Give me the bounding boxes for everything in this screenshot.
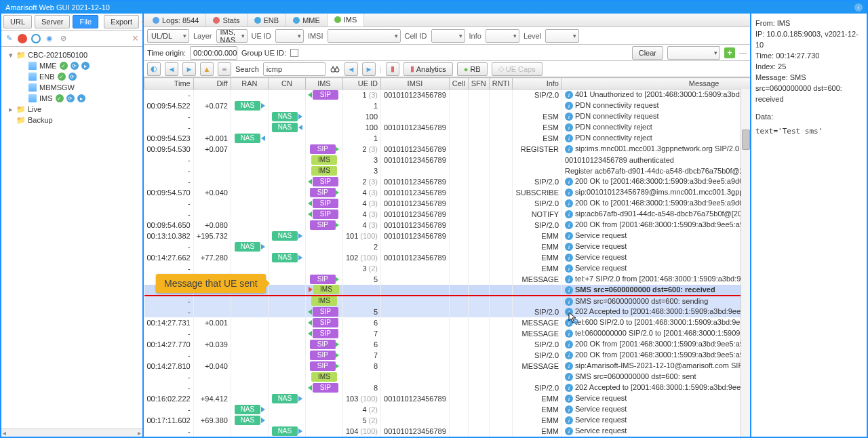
- search-prev-icon[interactable]: ◄: [344, 62, 358, 76]
- tree-item-mme[interactable]: MME✓⟳▸: [3, 60, 141, 71]
- tab-mme[interactable]: MME: [286, 14, 328, 26]
- table-row[interactable]: 00:14:27.662+77.280NAS102 (100)001010123…: [144, 252, 751, 263]
- table-row[interactable]: -3 (2)EMMiService request: [144, 263, 751, 274]
- table-row[interactable]: 00:13:10.382+195.732NAS101 (100)00101012…: [144, 231, 751, 241]
- cellid-select[interactable]: [431, 29, 465, 43]
- detail-ip: IP: 10.0.0.185:9003, v2021-12-10: [755, 28, 863, 50]
- svg-rect-4: [336, 66, 338, 68]
- export-button[interactable]: Export: [104, 15, 139, 28]
- file-button[interactable]: File: [73, 15, 98, 28]
- table-row[interactable]: -IMS3001010123456789001010123456789 auth…: [144, 155, 751, 165]
- tree-item-enb[interactable]: ENB✓⟳: [3, 71, 141, 82]
- table-row[interactable]: -NAS100001010123456789ESMiPDN connectivi…: [144, 122, 751, 133]
- file-tree: ▾📁 CBC-2021050100 MME✓⟳▸ENB✓⟳MBMSGWIMS✓⟳…: [1, 47, 142, 429]
- collapse-icon[interactable]: ‹: [854, 3, 863, 12]
- table-row[interactable]: -SIP7MESSAGEitel:0600000000 SIP/2.0 to […: [144, 328, 751, 339]
- add-filter-button[interactable]: +: [724, 47, 735, 58]
- level-select[interactable]: [545, 29, 579, 43]
- search-input[interactable]: icmp: [263, 62, 326, 76]
- tree-item-mbmsgw[interactable]: MBMSGW: [3, 82, 141, 93]
- table-row[interactable]: 00:09:54.522+0.072NAS1iPDN connectivity …: [144, 100, 751, 111]
- tab-enb[interactable]: ENB: [248, 14, 287, 26]
- table-row[interactable]: 00:14:27.770+0.039SIP6SIP/2.0i200 OK fro…: [144, 339, 751, 350]
- reconnect-icon[interactable]: [31, 34, 41, 43]
- info-select[interactable]: [486, 29, 519, 43]
- table-row[interactable]: 00:09:54.570+0.040SIP4 (3)00101012345678…: [144, 187, 751, 198]
- table-row[interactable]: -NAS4 (2)EMMiService request: [144, 404, 751, 415]
- tab-logs[interactable]: Logs: 8544: [146, 14, 206, 26]
- table-row[interactable]: -NAS100ESMiPDN connectivity request: [144, 111, 751, 122]
- table-row[interactable]: -NAS2EMMiService request: [144, 241, 751, 252]
- layer-label: Layer: [193, 32, 212, 40]
- clear-icon[interactable]: ⊘: [58, 34, 68, 43]
- tab-stats[interactable]: Stats: [206, 14, 247, 26]
- scrollbar-horizontal[interactable]: ◂▸: [1, 429, 142, 437]
- app-title: Amarisoft Web GUI 2021-12-10: [5, 3, 110, 12]
- pause-icon[interactable]: ◐: [147, 62, 161, 76]
- ueid-select[interactable]: [275, 29, 304, 43]
- group-ue-checkbox[interactable]: [290, 49, 298, 57]
- detail-msg: Message: SMS src=0600000000 dst=600: rec…: [755, 72, 863, 104]
- table-row[interactable]: 00:09:54.523+0.001NAS1ESMiPDN connectivi…: [144, 133, 751, 144]
- tree-live[interactable]: ▸📁 Live: [3, 104, 141, 115]
- url-button[interactable]: URL: [3, 15, 32, 28]
- tab-ims[interactable]: IMS: [328, 14, 365, 26]
- table-row[interactable]: 00:09:54.650+0.080SIP4 (3)00101012345678…: [144, 220, 751, 231]
- rb-button[interactable]: ●RB: [457, 62, 488, 76]
- menu-icon[interactable]: ≡: [218, 62, 231, 76]
- svg-point-0: [331, 68, 335, 72]
- globe-icon[interactable]: ◉: [45, 34, 54, 43]
- titlebar: Amarisoft Web GUI 2021-12-10 ‹: [1, 1, 867, 14]
- table-row[interactable]: -NAS104 (100)001010123456789EMMiService …: [144, 426, 751, 437]
- warn-icon[interactable]: ▲: [200, 62, 214, 76]
- level-label: Level: [524, 32, 541, 40]
- table-row[interactable]: -SIP2 (3)001010123456789SIP/2.0i200 OK t…: [144, 176, 751, 187]
- binoculars-icon[interactable]: [330, 64, 340, 73]
- server-button[interactable]: Server: [35, 15, 70, 28]
- table-row[interactable]: -SIP1 (3)001010123456789SIP/2.0i401 Unau…: [144, 89, 751, 100]
- close-icon[interactable]: ✕: [130, 34, 140, 43]
- uldl-select[interactable]: UL/DL: [147, 29, 189, 43]
- tree-item-ims[interactable]: IMS✓⟳▸: [3, 93, 141, 104]
- table-row[interactable]: 00:16:02.222+94.412NAS103 (100)001010123…: [144, 393, 751, 404]
- next-icon[interactable]: ►: [182, 62, 196, 76]
- uecaps-button: ◇UE Caps: [492, 62, 542, 76]
- time-origin-input[interactable]: 00:00:00.000: [190, 46, 237, 60]
- search-next-icon[interactable]: ►: [362, 62, 376, 76]
- table-row[interactable]: -IMS3Register acb67afb-d901-44dc-a548-db…: [144, 165, 751, 176]
- table-row[interactable]: 00:17:11.602+69.380NAS5 (2)EMMiService r…: [144, 415, 751, 426]
- table-row[interactable]: -SIP8SIP/2.0i202 Accepted to [2001:468:3…: [144, 382, 751, 393]
- table-row[interactable]: -SIP4 (3)001010123456789SIP/2.0i200 OK t…: [144, 198, 751, 209]
- layer-select[interactable]: IMS, NAS: [216, 29, 248, 43]
- table-row[interactable]: 00:09:54.530+0.007SIP2 (3)00101012345678…: [144, 144, 751, 155]
- table-row[interactable]: -SIP5SIP/2.0i202 Accepted to [2001:468:3…: [144, 306, 751, 317]
- remove-filter-button[interactable]: —: [739, 49, 747, 57]
- chart-icon[interactable]: ▮: [386, 62, 399, 76]
- time-origin-label: Time origin:: [147, 49, 186, 57]
- info-label: Info: [469, 32, 481, 40]
- detail-from: From: IMS: [755, 18, 863, 28]
- table-row[interactable]: 00:14:27.731+0.001SIP6MESSAGEitel:600 SI…: [144, 317, 751, 328]
- tree-backup[interactable]: ▸📁 Backup: [3, 115, 141, 125]
- callout: Message that UE sent: [156, 274, 266, 293]
- detail-panel: From: IMS IP: 10.0.0.185:9003, v2021-12-…: [750, 14, 867, 437]
- imsi-label: IMSI: [308, 32, 323, 40]
- tree-label: Backup: [28, 116, 53, 124]
- stop-icon[interactable]: [18, 34, 27, 43]
- clear-button[interactable]: Clear: [632, 46, 663, 60]
- table-row[interactable]: 00:14:27.810+0.040SIP8MESSAGEisip:Amaris…: [144, 361, 751, 372]
- imsi-select[interactable]: [328, 29, 401, 43]
- wand-icon[interactable]: ✎: [4, 34, 14, 43]
- tree-root[interactable]: ▾📁 CBC-2021050100: [3, 49, 141, 60]
- table-row[interactable]: -SIP4 (3)001010123456789NOTIFYisip:acb67…: [144, 209, 751, 220]
- table-row[interactable]: -SIP7SIP/2.0i200 OK from [2001:468:3000:…: [144, 350, 751, 361]
- prev-icon[interactable]: ◄: [165, 62, 178, 76]
- scrollbar-vertical[interactable]: [741, 89, 750, 437]
- filter-preset-select[interactable]: [667, 46, 720, 60]
- grid-header[interactable]: TimeDiffRANCNIMSUE IDIMSICellSFNRNTIInfo…: [144, 78, 751, 89]
- cellid-label: Cell ID: [405, 32, 427, 40]
- table-row[interactable]: -IMSiSMS src=0600000000 dst=600: sent: [144, 372, 751, 382]
- table-row[interactable]: -IMSiSMS src=0600000000 dst=600: sending: [144, 296, 751, 306]
- analytics-button[interactable]: ▮Analytics: [403, 62, 453, 76]
- detail-index: Index: 25: [755, 61, 863, 72]
